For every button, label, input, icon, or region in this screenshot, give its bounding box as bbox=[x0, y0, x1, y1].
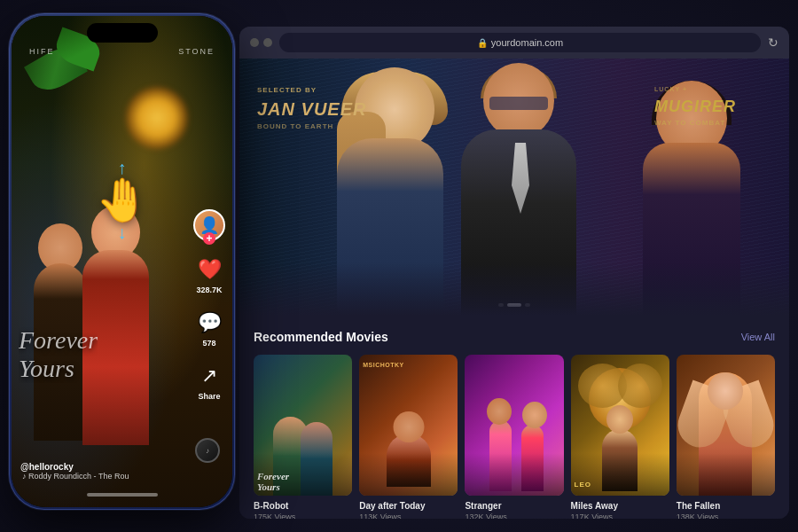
comment-count: 578 bbox=[202, 339, 215, 348]
movie-name-b-robot: B-Robot bbox=[254, 501, 352, 511]
poster-script-text: ForeverYours bbox=[257, 471, 348, 492]
share-icon: ↗ bbox=[195, 362, 223, 390]
browser-dot-2 bbox=[263, 38, 272, 47]
browser-dot-1 bbox=[250, 38, 259, 47]
view-all-link[interactable]: View All bbox=[741, 332, 775, 342]
swipe-gesture: ↑ 🤚 ↓ bbox=[96, 176, 149, 225]
phone-container: Forever Yours HIFE STONE ↑ 🤚 ↓ bbox=[9, 13, 235, 510]
browser-address-bar: 🔒 yourdomain.com ↻ bbox=[239, 27, 789, 59]
hero-bottom-gradient bbox=[239, 262, 789, 316]
movie-poster-day-after-today: MSICHOTKY bbox=[359, 355, 458, 496]
tiktok-username: @hellorocky bbox=[20, 462, 129, 472]
share-action[interactable]: ↗ Share bbox=[195, 362, 223, 401]
movies-grid: ForeverYours B-Robot 175K Views MSICHOTK… bbox=[254, 355, 775, 519]
movie-card-miles-away[interactable]: LEO Miles Away 117K Views bbox=[571, 355, 669, 519]
tiktok-sidebar: 👤 + ❤️ 328.7K 💬 578 ↗ Share bbox=[193, 209, 225, 401]
poster-script-area: ForeverYours bbox=[257, 471, 348, 492]
movie-card-stranger[interactable]: Stranger 132K Views bbox=[465, 355, 563, 519]
poster-bg-day: MSICHOTKY bbox=[359, 355, 458, 496]
movie-poster-b-robot: ForeverYours bbox=[254, 355, 352, 496]
creator-avatar[interactable]: 👤 + bbox=[193, 209, 225, 241]
phone-screen: Forever Yours HIFE STONE ↑ 🤚 ↓ bbox=[12, 16, 232, 507]
movie-card-day-after-today[interactable]: MSICHOTKY Day after Today 113K Views bbox=[359, 355, 458, 519]
phone-header: HIFE STONE bbox=[12, 47, 232, 56]
share-label: Share bbox=[198, 392, 220, 401]
movie-poster-stranger bbox=[465, 355, 563, 496]
movie-poster-miles-away: LEO bbox=[571, 355, 669, 496]
scene-sun bbox=[126, 87, 188, 149]
poster-overlay-miles bbox=[571, 453, 669, 496]
browser-controls bbox=[250, 38, 272, 47]
phone-home-bar bbox=[87, 493, 158, 497]
movie-name-fallen: The Fallen bbox=[677, 501, 775, 511]
arrow-down-icon: ↓ bbox=[118, 223, 127, 243]
movie-views-miles: 117K Views bbox=[571, 512, 669, 519]
poster-bg-b-robot: ForeverYours bbox=[254, 355, 352, 496]
hero-title-right: LUCKY + MUGIRER WAY TO COMBAT bbox=[654, 85, 736, 128]
movie-views-b-robot: 175K Views bbox=[254, 512, 352, 519]
hero-banner: SELECTED BY JAN VUEER BOUND TO EARTH LUC… bbox=[239, 59, 789, 316]
follow-plus-button[interactable]: + bbox=[203, 232, 215, 245]
movie-card-b-robot[interactable]: ForeverYours B-Robot 175K Views bbox=[254, 355, 352, 519]
comment-icon: 💬 bbox=[195, 309, 223, 337]
browser-window: 🔒 yourdomain.com ↻ SELECT bbox=[239, 27, 789, 519]
recommended-header: Recommended Movies View All bbox=[254, 330, 775, 344]
phone-header-left: HIFE bbox=[29, 47, 55, 56]
forever-text: Forever bbox=[19, 326, 98, 354]
movie-name-stranger: Stranger bbox=[465, 501, 563, 511]
movie-card-the-fallen[interactable]: The Fallen 138K Views bbox=[677, 355, 775, 519]
movie-views-stranger: 132K Views bbox=[465, 512, 563, 519]
poster-bg-stranger bbox=[465, 355, 563, 496]
phone-header-right: STONE bbox=[178, 47, 215, 56]
poster-bg-miles: LEO bbox=[571, 355, 669, 496]
movie-name-miles: Miles Away bbox=[571, 501, 669, 511]
hand-swipe-icon: 🤚 bbox=[96, 176, 149, 225]
tiktok-bottom-bar: @hellorocky ♪ Roddy Roundicch - The Rou bbox=[20, 462, 223, 481]
tiktok-music-label: ♪ Roddy Roundicch - The Rou bbox=[22, 472, 129, 481]
poster-overlay-fallen bbox=[677, 453, 775, 496]
lock-icon: 🔒 bbox=[477, 38, 488, 48]
hero-title-left: SELECTED BY JAN VUEER BOUND TO EARTH bbox=[257, 85, 366, 131]
comment-action[interactable]: 💬 578 bbox=[195, 309, 223, 348]
poster-overlay-stranger bbox=[465, 453, 563, 496]
poster-overlay-day bbox=[359, 453, 458, 496]
recommended-section: Recommended Movies View All ForeverYours… bbox=[239, 316, 789, 519]
recommended-title: Recommended Movies bbox=[254, 330, 388, 344]
yours-text: Yours bbox=[19, 355, 74, 382]
music-disc: ♪ bbox=[195, 438, 220, 463]
suit-man-glasses bbox=[489, 97, 548, 110]
url-text: yourdomain.com bbox=[491, 37, 563, 48]
like-action[interactable]: ❤️ 328.7K bbox=[195, 255, 223, 294]
like-count: 328.7K bbox=[196, 286, 222, 294]
poster-bg-fallen bbox=[677, 355, 775, 496]
phone-notch bbox=[87, 23, 158, 43]
refresh-button[interactable]: ↻ bbox=[768, 35, 778, 50]
movie-views-day: 113K Views bbox=[359, 512, 458, 519]
heart-icon: ❤️ bbox=[195, 255, 223, 284]
movie-name-day: Day after Today bbox=[359, 501, 458, 511]
movie-poster-the-fallen bbox=[677, 355, 775, 496]
browser-url-bar[interactable]: 🔒 yourdomain.com bbox=[279, 33, 761, 52]
tiktok-movie-title-overlay: Forever Yours bbox=[19, 326, 98, 383]
phone-shell: Forever Yours HIFE STONE ↑ 🤚 ↓ bbox=[9, 13, 235, 510]
movie-views-fallen: 138K Views bbox=[677, 512, 775, 519]
